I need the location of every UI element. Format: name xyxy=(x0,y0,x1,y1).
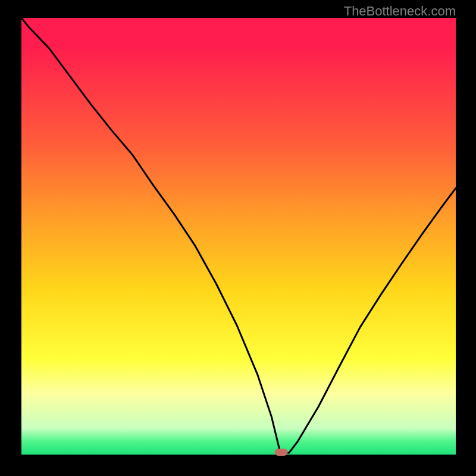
watermark-text: TheBottleneck.com xyxy=(344,4,456,19)
bottleneck-curve xyxy=(21,18,456,453)
figure-frame: TheBottleneck.com xyxy=(0,0,476,476)
min-marker xyxy=(275,449,288,456)
chart-curve xyxy=(0,0,476,476)
